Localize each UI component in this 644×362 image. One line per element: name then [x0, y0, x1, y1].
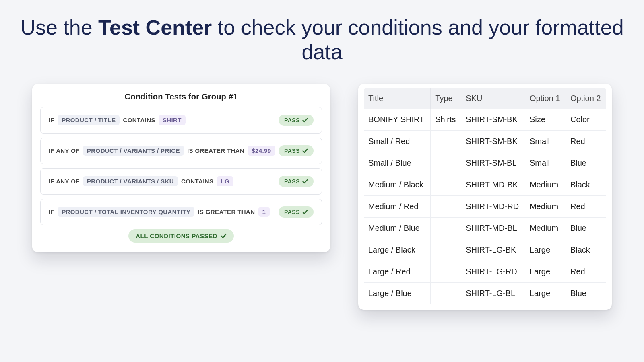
table-cell: Large — [525, 239, 566, 261]
table-cell: Medium / Black — [364, 174, 431, 195]
conditions-card: Condition Tests for Group #1 IFPRODUCT /… — [32, 84, 330, 252]
table-cell: Blue — [566, 282, 606, 304]
check-icon — [302, 117, 308, 123]
table-cell: SHIRT-LG-BL — [461, 282, 525, 304]
headline-bold: Test Center — [98, 16, 212, 39]
condition-value-tag: LG — [217, 176, 233, 186]
condition-prefix: IF — [49, 208, 54, 215]
table-header-row: TitleTypeSKUOption 1Option 2 — [364, 88, 606, 109]
table-cell: SHIRT-LG-RD — [461, 261, 525, 282]
condition-expression: IF ANY OFPRODUCT / VARIANTS / SKUCONTAIN… — [49, 176, 233, 186]
table-cell: Medium — [525, 217, 566, 239]
condition-field-tag: PRODUCT / TITLE — [58, 115, 120, 125]
condition-field-tag: PRODUCT / TOTAL INVENTORY QUANTITY — [58, 207, 194, 217]
table-cell: Large — [525, 261, 566, 282]
condition-status-badge: PASS — [279, 145, 314, 156]
headline: Use the Test Center to check your condit… — [0, 15, 644, 65]
table-header-cell: Title — [364, 88, 431, 109]
table-cell: SHIRT-MD-BL — [461, 217, 525, 239]
table-cell: SHIRT-SM-BK — [461, 130, 525, 152]
condition-field-tag: PRODUCT / VARIANTS / PRICE — [83, 146, 184, 156]
data-card: TitleTypeSKUOption 1Option 2 BONIFY SHIR… — [358, 84, 612, 310]
table-cell: SHIRT-SM-BK — [461, 109, 525, 130]
table-cell: Red — [566, 130, 606, 152]
table-row: Small / BlueSHIRT-SM-BLSmallBlue — [364, 152, 606, 174]
table-row: Small / RedSHIRT-SM-BKSmallRed — [364, 130, 606, 152]
table-cell — [431, 239, 461, 261]
table-row: Large / BlueSHIRT-LG-BLLargeBlue — [364, 282, 606, 304]
table-row: Medium / BlueSHIRT-MD-BLMediumBlue — [364, 217, 606, 239]
condition-operator: IS GREATER THAN — [198, 208, 255, 215]
table-cell: Medium — [525, 195, 566, 217]
condition-status-text: PASS — [284, 209, 300, 215]
table-cell: Shirts — [431, 109, 461, 130]
table-cell — [431, 217, 461, 239]
condition-operator: IS GREATER THAN — [187, 147, 244, 154]
table-row: Large / RedSHIRT-LG-RDLargeRed — [364, 261, 606, 282]
condition-row: IFPRODUCT / TITLECONTAINSSHIRTPASS — [40, 107, 322, 134]
table-header-cell: SKU — [461, 88, 525, 109]
table-header-cell: Option 2 — [566, 88, 606, 109]
condition-expression: IFPRODUCT / TOTAL INVENTORY QUANTITYIS G… — [49, 207, 270, 217]
table-header-cell: Option 1 — [525, 88, 566, 109]
condition-field-tag: PRODUCT / VARIANTS / SKU — [83, 176, 178, 186]
table-cell: Medium / Red — [364, 195, 431, 217]
condition-value-tag: SHIRT — [159, 115, 186, 125]
condition-expression: IF ANY OFPRODUCT / VARIANTS / PRICEIS GR… — [49, 146, 275, 156]
condition-row: IF ANY OFPRODUCT / VARIANTS / PRICEIS GR… — [40, 138, 322, 164]
table-cell: SHIRT-MD-BK — [461, 174, 525, 195]
table-cell — [431, 130, 461, 152]
table-cell: Small — [525, 130, 566, 152]
table-cell: Red — [566, 261, 606, 282]
table-cell: Red — [566, 195, 606, 217]
condition-status-badge: PASS — [279, 206, 314, 218]
condition-status-text: PASS — [284, 178, 300, 185]
conditions-summary-badge: ALL CONDITIONS PASSED — [128, 229, 233, 243]
table-cell: Small — [525, 152, 566, 174]
conditions-list: IFPRODUCT / TITLECONTAINSSHIRTPASSIF ANY… — [40, 107, 322, 225]
data-table: TitleTypeSKUOption 1Option 2 BONIFY SHIR… — [364, 88, 606, 304]
table-cell: Size — [525, 109, 566, 130]
table-cell: Large / Black — [364, 239, 431, 261]
check-icon — [302, 148, 308, 154]
table-cell: Color — [566, 109, 606, 130]
table-row: Medium / BlackSHIRT-MD-BKMediumBlack — [364, 174, 606, 195]
table-cell: Large — [525, 282, 566, 304]
condition-operator: CONTAINS — [123, 117, 155, 123]
headline-post: to check your conditions and your format… — [212, 16, 623, 64]
table-cell: SHIRT-LG-BK — [461, 239, 525, 261]
condition-value-tag: 1 — [258, 207, 270, 217]
table-cell — [431, 261, 461, 282]
table-cell: Large / Red — [364, 261, 431, 282]
table-cell: Black — [566, 239, 606, 261]
conditions-summary-text: ALL CONDITIONS PASSED — [136, 232, 217, 239]
table-cell: SHIRT-SM-BL — [461, 152, 525, 174]
condition-status-text: PASS — [284, 148, 300, 154]
table-cell: Black — [566, 174, 606, 195]
table-cell: Small / Blue — [364, 152, 431, 174]
table-cell — [431, 174, 461, 195]
condition-prefix: IF ANY OF — [49, 147, 80, 154]
condition-expression: IFPRODUCT / TITLECONTAINSSHIRT — [49, 115, 186, 125]
table-cell — [431, 195, 461, 217]
check-icon — [302, 179, 308, 184]
condition-status-badge: PASS — [279, 176, 314, 187]
table-cell: Medium / Blue — [364, 217, 431, 239]
headline-pre: Use the — [20, 16, 98, 39]
table-row: BONIFY SHIRTShirtsSHIRT-SM-BKSizeColor — [364, 109, 606, 130]
condition-status-text: PASS — [284, 117, 300, 123]
condition-operator: CONTAINS — [181, 178, 213, 185]
conditions-title: Condition Tests for Group #1 — [40, 92, 322, 101]
table-row: Large / BlackSHIRT-LG-BKLargeBlack — [364, 239, 606, 261]
table-cell — [431, 152, 461, 174]
condition-row: IFPRODUCT / TOTAL INVENTORY QUANTITYIS G… — [40, 199, 322, 225]
table-cell: BONIFY SHIRT — [364, 109, 431, 130]
table-cell: Large / Blue — [364, 282, 431, 304]
table-cell: Blue — [566, 152, 606, 174]
condition-prefix: IF — [49, 117, 54, 123]
condition-status-badge: PASS — [279, 115, 314, 126]
table-cell — [431, 282, 461, 304]
check-icon — [302, 209, 308, 215]
table-cell: Medium — [525, 174, 566, 195]
table-cell: Blue — [566, 217, 606, 239]
